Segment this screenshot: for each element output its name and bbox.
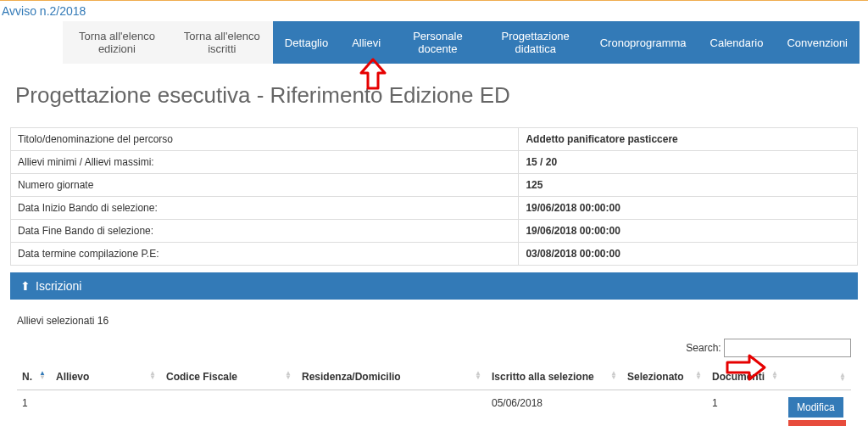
tab-dettaglio[interactable]: Dettaglio	[273, 21, 340, 64]
info-label: Allievi minimi / Allievi massimi:	[11, 151, 519, 174]
tab-allievi[interactable]: Allievi	[340, 21, 392, 64]
cell-sel	[622, 390, 707, 427]
col-iscritto[interactable]: Iscritto alla selezione▲▼	[487, 364, 622, 390]
cell-doc: 1	[707, 390, 783, 427]
iscrizioni-content: Allievi selezionati 16 Search: N.▲▼ Alli…	[10, 300, 858, 426]
tab-elenco-iscritti[interactable]: Torna all'elenco iscritti	[171, 21, 273, 64]
info-label: Titolo/denominazione del percorso	[11, 128, 519, 151]
tab-convenzioni[interactable]: Convenzioni	[775, 21, 860, 64]
search-input[interactable]	[724, 339, 851, 357]
info-value: 15 / 20	[519, 151, 858, 174]
col-selezionato[interactable]: Selezionato▲▼	[622, 364, 707, 390]
cell-cf	[161, 390, 297, 427]
cell-n: 1	[17, 390, 51, 427]
arrow-up-icon: ⬆	[20, 279, 31, 293]
cell-allievo	[51, 390, 161, 427]
info-value: 19/06/2018 00:00:00	[519, 197, 858, 220]
info-value: 19/06/2018 00:00:00	[519, 220, 858, 243]
info-label: Data termine compilazione P.E:	[11, 243, 519, 266]
col-allievo[interactable]: Allievo▲▼	[51, 364, 161, 390]
col-actions: ▲▼	[783, 364, 851, 390]
info-value: Addetto panificatore pasticcere	[519, 128, 858, 151]
section-title: Iscrizioni	[36, 279, 81, 293]
page-title: Progettazione esecutiva - Riferimento Ed…	[0, 64, 868, 127]
cell-res	[297, 390, 487, 427]
tab-bar: Torna all'elenco edizioni Torna all'elen…	[63, 21, 860, 64]
selected-count: Allievi selezionati 16	[17, 315, 851, 327]
tab-calendario[interactable]: Calendario	[698, 21, 776, 64]
info-label: Data Inizio Bando di selezione:	[11, 197, 519, 220]
info-value: 125	[519, 174, 858, 197]
search-label: Search:	[686, 342, 721, 354]
breadcrumb[interactable]: Avviso n.2/2018	[0, 1, 868, 21]
col-cf[interactable]: Codice Fiscale▲▼	[161, 364, 297, 390]
tab-personale-docente[interactable]: Personale docente	[392, 21, 483, 64]
section-iscrizioni-toggle[interactable]: ⬆ Iscrizioni	[10, 272, 858, 300]
cell-iscritto: 05/06/2018	[487, 390, 622, 427]
table-row: 1 05/06/2018 1 Modifica ELIMINA	[17, 390, 851, 427]
info-value: 03/08/2018 00:00:00	[519, 243, 858, 266]
info-table: Titolo/denominazione del percorsoAddetto…	[10, 127, 858, 266]
students-table: N.▲▼ Allievo▲▼ Codice Fiscale▲▼ Residenz…	[17, 364, 851, 426]
col-n[interactable]: N.▲▼	[17, 364, 51, 390]
info-label: Numero giornate	[11, 174, 519, 197]
tab-cronoprogramma[interactable]: Cronoprogramma	[588, 21, 698, 64]
info-label: Data Fine Bando di selezione:	[11, 220, 519, 243]
modifica-button[interactable]: Modifica	[788, 397, 843, 418]
col-documenti[interactable]: Documenti▲▼	[707, 364, 783, 390]
col-residenza[interactable]: Residenza/Domicilio▲▼	[297, 364, 487, 390]
elimina-button[interactable]: ELIMINA	[788, 420, 846, 426]
tab-elenco-edizioni[interactable]: Torna all'elenco edizioni	[63, 21, 171, 64]
tab-progettazione-didattica[interactable]: Progettazione didattica	[483, 21, 588, 64]
